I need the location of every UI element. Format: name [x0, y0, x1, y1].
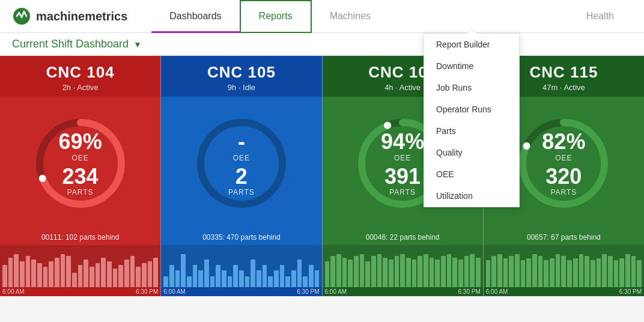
card-footer: 00657: 67 parts behind [484, 229, 644, 245]
nav-health[interactable]: Health [568, 0, 632, 33]
logo-icon [12, 7, 31, 26]
chart-bar [377, 254, 382, 287]
dropdown-item-operator-runs[interactable]: Operator Runs [424, 99, 519, 120]
chart-area [323, 245, 483, 287]
chart-bar [354, 256, 359, 287]
chart-bar [187, 276, 192, 287]
chart-bar [175, 270, 180, 287]
chart-bar [567, 260, 572, 287]
chart-bar [31, 260, 36, 287]
machine-name: CNC 104 [6, 63, 154, 82]
chart-bar [263, 265, 267, 287]
chart-timestamps: 6:00 AM 6:30 PM [484, 287, 644, 296]
chart-timestamps: 6:00 AM 6:30 PM [323, 287, 483, 296]
ring-center: 82% OEE 320 PARTS [542, 130, 585, 196]
time-end: 6:30 PM [297, 288, 319, 295]
chart-bar [515, 254, 520, 287]
chart-bar [84, 260, 88, 287]
chart-bar [544, 260, 548, 287]
nav-dashboards[interactable]: Dashboards [151, 0, 239, 33]
chart-bar [315, 270, 320, 287]
machine-card-cnc-104: CNC 104 2h · Active 69% OEE 234 PARTS 00… [0, 56, 161, 296]
oee-label: OEE [59, 154, 102, 162]
chart-bar [503, 258, 508, 287]
card-header: CNC 104 2h · Active [0, 56, 160, 97]
chart-bar [72, 273, 77, 287]
parts-value: 2 [228, 165, 255, 189]
time-end: 6:30 PM [136, 288, 158, 295]
logo: machinemetrics [12, 7, 127, 26]
chart-area [0, 245, 160, 287]
svg-point-11 [523, 142, 530, 150]
dropdown-item-oee[interactable]: OEE [424, 163, 519, 185]
chart-bar [400, 254, 405, 287]
ring-center: - OEE 2 PARTS [228, 130, 255, 196]
chart-bar [591, 260, 595, 287]
chart-timestamps: 6:00 AM 6:30 PM [161, 287, 321, 296]
chart-bar [148, 261, 153, 287]
time-end: 6:30 PM [619, 288, 642, 295]
chart-bar [49, 261, 53, 287]
chart-bar [619, 258, 624, 287]
card-header: CNC 105 9h · Idle [161, 56, 321, 97]
parts-value: 234 [59, 165, 102, 189]
nav-reports[interactable]: Reports [240, 0, 312, 33]
dropdown-item-quality[interactable]: Quality [424, 142, 519, 163]
oee-label: OEE [381, 154, 424, 162]
chart-bar [532, 254, 537, 287]
svg-point-8 [384, 121, 391, 129]
chart-bar [280, 265, 285, 287]
dropdown-item-downtime[interactable]: Downtime [424, 55, 519, 77]
nav-machines[interactable]: Machines [312, 0, 389, 33]
chart-bar [309, 265, 314, 287]
card-body: 69% OEE 234 PARTS [0, 97, 160, 229]
chart-bar [573, 258, 578, 287]
chart-bar [441, 256, 446, 287]
chart-bar [585, 256, 589, 287]
chart-bar [233, 265, 238, 287]
machine-status: 9h · Idle [167, 83, 315, 92]
time-end: 6:30 PM [458, 288, 481, 295]
chart-bar [90, 267, 94, 287]
chart-bar [497, 254, 502, 287]
app-header: machinemetrics Dashboards Reports Machin… [0, 0, 644, 33]
ring-container: 82% OEE 320 PARTS [515, 115, 612, 211]
chart-bar [20, 261, 25, 287]
chart-bar [198, 270, 203, 287]
parts-value: 320 [542, 165, 585, 189]
chart-bar [66, 256, 71, 287]
dropdown-item-utilization[interactable]: Utilization [424, 185, 519, 207]
parts-value: 391 [381, 165, 424, 189]
ring-container: - OEE 2 PARTS [193, 115, 290, 211]
chart-area [484, 245, 644, 287]
chart-bar [101, 258, 106, 287]
chart-bar [96, 263, 100, 287]
dropdown-item-parts[interactable]: Parts [424, 120, 519, 142]
logo-text: machinemetrics [36, 10, 127, 23]
chart-bar [464, 256, 469, 287]
chart-bar [637, 260, 642, 287]
main-nav: Dashboards Reports Machines Health [151, 0, 632, 33]
chart-bar [430, 258, 434, 287]
chart-bar [169, 265, 174, 287]
dashboard-title[interactable]: Current Shift Dashboard ▼ [12, 38, 142, 50]
time-start: 6:00 AM [2, 288, 25, 295]
chart-bar [274, 270, 279, 287]
chart-bar [625, 254, 630, 287]
sub-header: Current Shift Dashboard ▼ [0, 33, 644, 56]
time-start: 6:00 AM [325, 288, 347, 295]
dropdown-item-report-builder[interactable]: Report Builder [424, 34, 519, 55]
chart-bar [251, 260, 255, 287]
dropdown-item-job-runs[interactable]: Job Runs [424, 77, 519, 99]
chart-bar [360, 254, 365, 287]
chart-bar [602, 254, 607, 287]
chart-bar [124, 260, 129, 287]
chart-bar [491, 256, 496, 287]
chart-bar [412, 260, 417, 287]
chart-bar [336, 254, 341, 287]
ring-container: 69% OEE 234 PARTS [32, 115, 129, 211]
oee-value: 69% [59, 130, 102, 154]
chart-bar [228, 276, 232, 287]
chart-bar [113, 269, 118, 287]
card-footer: 00335: 470 parts behind [161, 229, 321, 245]
